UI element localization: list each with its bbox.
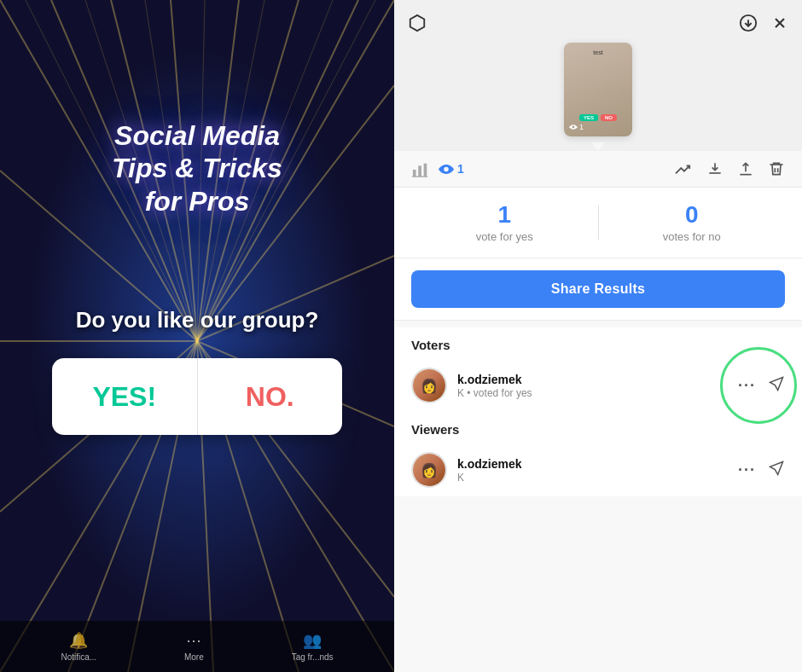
story-panel: Social MediaTips & Tricksfor Pros Do you… — [0, 0, 394, 672]
viewer-send-button[interactable] — [768, 460, 785, 481]
table-row: 👩 k.odziemek K ··· — [411, 443, 785, 496]
notifications-item[interactable]: 🔔 Notifica... — [61, 631, 96, 662]
vote-options: YES! NO. — [52, 358, 342, 435]
upload-icon — [737, 159, 754, 178]
action-bar-left: 1 — [411, 160, 674, 177]
top-controls — [408, 14, 788, 32]
action-bar-right — [674, 159, 785, 178]
thumbnail-pointer — [591, 142, 605, 151]
voters-section-title: Voters — [411, 327, 785, 359]
send-message-button[interactable] — [768, 375, 785, 397]
no-count: 0 — [599, 201, 786, 229]
download-icon — [706, 160, 724, 177]
send-icon — [768, 375, 785, 392]
viewer-info: k.odziemek K — [457, 457, 738, 484]
tag-icon: 👥 — [303, 631, 322, 650]
share-upload-button[interactable] — [737, 159, 754, 178]
avatar-image: 👩 — [413, 369, 445, 402]
story-thumbnail: test YES NO 1 — [564, 43, 632, 136]
trending-button[interactable] — [674, 161, 693, 177]
svg-rect-33 — [413, 170, 416, 177]
svg-line-25 — [197, 0, 264, 341]
hexagon-icon — [408, 14, 427, 32]
more-label: More — [184, 652, 204, 662]
thumb-yes: YES — [579, 114, 598, 121]
thumb-eye-count: 1 — [569, 123, 584, 131]
viewers-section: Viewers 👩 k.odziemek K ··· — [394, 412, 802, 496]
thumb-votes: YES NO — [579, 114, 617, 121]
voters-section: Voters 👩 k.odziemek K • voted for yes ··… — [394, 327, 802, 412]
viewer-more-button[interactable]: ··· — [738, 461, 756, 479]
viewer-count-display: 1 — [439, 162, 464, 176]
trash-icon — [768, 159, 785, 178]
polygon-icon-button[interactable] — [408, 14, 427, 32]
voter-actions: ··· — [738, 375, 785, 397]
avatar: 👩 — [411, 452, 447, 488]
tag-label: Tag fr...nds — [292, 652, 334, 662]
top-right-icons — [739, 14, 788, 32]
action-bar: 1 — [394, 151, 802, 188]
svg-line-0 — [0, 0, 197, 341]
more-options-button[interactable]: ··· — [738, 377, 756, 395]
svg-line-7 — [197, 0, 394, 341]
delete-button[interactable] — [768, 159, 785, 178]
trending-icon — [674, 161, 693, 177]
svg-line-6 — [197, 0, 358, 341]
close-icon — [771, 14, 788, 32]
thumb-viewer-count: 1 — [579, 123, 584, 131]
eye-icon-main — [439, 164, 454, 175]
more-item[interactable]: ⋯ More — [184, 631, 204, 662]
avatar-image: 👩 — [413, 454, 445, 486]
bar-chart-icon — [411, 160, 430, 177]
thumb-no: NO — [601, 114, 617, 121]
preview-area: test YES NO 1 — [394, 0, 802, 151]
tag-friends-item[interactable]: 👥 Tag fr...nds — [292, 631, 334, 662]
top-left-icons — [408, 14, 427, 32]
stats-row: 1 vote for yes 0 votes for no — [394, 188, 802, 258]
voter-sub: K • voted for yes — [457, 387, 738, 399]
notif-label: Notifica... — [61, 652, 96, 662]
no-stats: 0 votes for no — [599, 201, 786, 244]
avatar: 👩 — [411, 368, 447, 403]
eye-icon-thumb — [569, 124, 578, 130]
svg-rect-35 — [424, 164, 427, 177]
svg-line-27 — [197, 0, 375, 341]
viewer-name: k.odziemek — [457, 457, 738, 471]
svg-rect-34 — [418, 165, 421, 177]
yes-count: 1 — [411, 201, 598, 229]
no-label: votes for no — [663, 230, 721, 243]
more-icon: ⋯ — [186, 631, 201, 650]
svg-line-5 — [197, 0, 299, 341]
viewers-section-title: Viewers — [411, 412, 785, 443]
voter-name: k.odziemek — [457, 373, 738, 386]
story-rays — [0, 0, 394, 672]
svg-line-22 — [85, 0, 197, 341]
svg-line-8 — [197, 85, 394, 341]
bar-chart-button[interactable] — [411, 160, 430, 177]
share-button-container: Share Results — [394, 258, 802, 321]
viewer-sub: K — [457, 472, 738, 484]
no-option[interactable]: NO. — [198, 358, 343, 435]
table-row: 👩 k.odziemek K • voted for yes ··· — [411, 359, 785, 412]
viewer-number: 1 — [457, 162, 464, 176]
download-circle-button[interactable] — [739, 14, 758, 32]
svg-marker-28 — [410, 15, 425, 31]
close-button[interactable] — [771, 14, 788, 32]
yes-option[interactable]: YES! — [52, 358, 198, 435]
svg-marker-41 — [770, 377, 783, 390]
bell-icon: 🔔 — [69, 631, 88, 650]
svg-marker-42 — [770, 461, 783, 474]
share-results-button[interactable]: Share Results — [411, 270, 785, 308]
story-question: Do you like our group? — [52, 307, 342, 333]
send-icon-viewer — [768, 460, 785, 477]
yes-stats: 1 vote for yes — [411, 201, 598, 244]
right-panel: test YES NO 1 — [394, 0, 802, 672]
download-circle-icon — [739, 14, 758, 32]
voter-info: k.odziemek K • voted for yes — [457, 373, 738, 399]
bottom-bar: 🔔 Notifica... ⋯ More 👥 Tag fr...nds — [0, 621, 394, 672]
yes-label: vote for yes — [476, 230, 533, 243]
viewer-actions: ··· — [738, 460, 785, 481]
thumb-label: test — [593, 49, 602, 55]
download-button[interactable] — [706, 160, 724, 177]
